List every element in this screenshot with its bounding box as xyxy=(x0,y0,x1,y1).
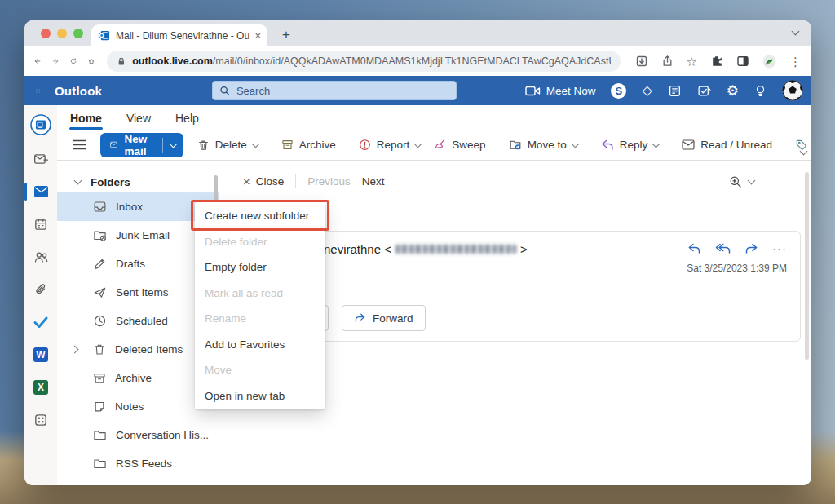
new-tab-button[interactable]: + xyxy=(277,26,295,44)
app-launcher-waffle-icon[interactable] xyxy=(31,84,45,98)
new-mail-button[interactable]: New mail xyxy=(100,133,183,157)
back-icon[interactable] xyxy=(34,55,41,68)
menu-item-mark-all-as-read: Mark all as read xyxy=(195,281,325,307)
sidebar-toggle-icon[interactable] xyxy=(736,55,749,68)
zoom-chevron-icon xyxy=(748,177,756,185)
sender-suffix: > xyxy=(520,242,528,256)
tab-help[interactable]: Help xyxy=(174,110,201,130)
close-message-button[interactable]: × Close xyxy=(243,175,284,188)
rail-attachments-icon[interactable] xyxy=(24,273,57,306)
new-mail-label: New mail xyxy=(124,133,152,157)
folder-icon xyxy=(93,457,107,471)
forward-button[interactable]: Forward xyxy=(342,305,426,331)
extensions-puzzle-icon[interactable] xyxy=(710,55,723,68)
rail-more-apps-icon[interactable] xyxy=(24,404,57,436)
video-camera-icon xyxy=(525,85,541,97)
rail-word-icon[interactable]: W xyxy=(24,338,57,371)
premium-diamond-icon[interactable]: ◇ xyxy=(642,84,652,97)
menu-item-add-to-favorites[interactable]: Add to Favorites xyxy=(195,332,325,358)
new-message-icon[interactable] xyxy=(24,143,57,175)
folder-label: Notes xyxy=(115,400,144,413)
reading-pane-scrollbar[interactable] xyxy=(805,172,809,360)
settings-gear-icon[interactable]: ⚙ xyxy=(727,84,739,98)
report-button[interactable]: Report xyxy=(353,135,427,155)
menu-item-open-in-new-tab[interactable]: Open in new tab xyxy=(195,383,325,409)
reply-all-icon[interactable] xyxy=(715,243,731,254)
my-day-icon[interactable] xyxy=(668,84,682,98)
minimize-window-button[interactable] xyxy=(57,29,67,38)
macos-traffic-lights xyxy=(41,29,83,38)
close-window-button[interactable] xyxy=(41,29,51,38)
ribbon-tabs: Home View Help xyxy=(57,105,811,130)
deleted-trash-icon xyxy=(93,343,106,356)
outlook-header: Outlook Meet Now S ◇ ⚙ xyxy=(24,76,811,105)
url-domain: outlook.live.com xyxy=(132,55,213,67)
green-extension-icon[interactable] xyxy=(762,55,776,69)
rail-people-icon[interactable] xyxy=(24,241,57,273)
browser-menu-icon[interactable]: ⋮ xyxy=(789,55,802,68)
next-button[interactable]: Next xyxy=(362,175,385,188)
more-actions-icon[interactable]: ··· xyxy=(772,241,787,255)
rail-todo-icon[interactable] xyxy=(24,306,57,338)
menu-item-create-new-subfolder[interactable]: Create new subfolder xyxy=(195,203,325,229)
browser-toolbar: outlook.live.com/mail/0/inbox/id/AQQkADA… xyxy=(24,46,811,76)
sweep-label: Sweep xyxy=(452,139,485,151)
rail-mail-icon[interactable] xyxy=(24,175,57,208)
forward-arrow-icon xyxy=(354,313,366,323)
url-text: outlook.live.com/mail/0/inbox/id/AQQkADA… xyxy=(132,55,610,67)
tips-lightbulb-icon[interactable] xyxy=(754,84,767,98)
tab-view[interactable]: View xyxy=(125,110,152,130)
magnifier-plus-icon xyxy=(729,175,742,188)
meet-now-button[interactable]: Meet Now xyxy=(525,85,596,97)
reply-button-ribbon[interactable]: Reply xyxy=(595,135,665,155)
collapse-chevron-icon xyxy=(74,177,82,185)
rail-calendar-icon[interactable] xyxy=(24,208,57,241)
desktop-background: Mail - Dilum Senevirathne - Ou × + outlo… xyxy=(0,0,835,504)
folders-header[interactable]: Folders xyxy=(57,171,219,192)
refresh-icon[interactable] xyxy=(70,55,77,68)
folder-item-conversation-history[interactable]: Conversation His... xyxy=(57,421,219,449)
browser-tab[interactable]: Mail - Dilum Senevirathne - Ou × xyxy=(91,24,267,46)
drafts-pencil-icon xyxy=(93,257,107,271)
folder-label: Inbox xyxy=(116,201,143,213)
tab-search-chevron-icon[interactable] xyxy=(793,31,798,34)
header-actions: Meet Now S ◇ ⚙ xyxy=(525,76,803,105)
profile-avatar-soccer-ball[interactable] xyxy=(782,80,803,101)
folder-label: Archive xyxy=(115,372,152,384)
zoom-control[interactable] xyxy=(729,175,754,188)
archive-button[interactable]: Archive xyxy=(276,135,342,155)
tab-close-icon[interactable]: × xyxy=(254,29,261,42)
bookmark-star-icon[interactable]: ☆ xyxy=(687,55,697,68)
outlook-logo-badge xyxy=(24,108,57,141)
home-icon[interactable] xyxy=(88,55,95,68)
sweep-button[interactable]: Sweep xyxy=(428,135,491,155)
delete-button[interactable]: Delete xyxy=(192,135,264,156)
share-icon[interactable] xyxy=(661,55,674,68)
close-label: Close xyxy=(256,175,285,188)
folder-label: Drafts xyxy=(116,258,145,270)
install-app-icon[interactable] xyxy=(635,55,648,68)
search-box[interactable] xyxy=(212,81,457,100)
lock-icon xyxy=(117,56,126,67)
url-path: /mail/0/inbox/id/AQQkADAwATM0MDAAMS1kMjd… xyxy=(213,55,611,67)
ribbon-overflow-chevron-icon[interactable] xyxy=(801,151,806,154)
forward-icon[interactable] xyxy=(52,55,59,68)
read-unread-button[interactable]: Read / Unread xyxy=(676,135,778,155)
forward-icon[interactable] xyxy=(744,243,758,254)
folder-context-menu: Create new subfolder Delete folder Empty… xyxy=(195,202,325,409)
fullscreen-window-button[interactable] xyxy=(73,29,83,38)
tab-home[interactable]: Home xyxy=(68,110,104,130)
skype-icon[interactable]: S xyxy=(611,83,626,99)
todo-check-icon[interactable] xyxy=(697,84,711,98)
address-bar[interactable]: outlook.live.com/mail/0/inbox/id/AQQkADA… xyxy=(107,51,621,72)
reply-icon[interactable] xyxy=(687,243,701,254)
rail-excel-icon[interactable]: X xyxy=(24,371,57,404)
hamburger-menu-icon[interactable] xyxy=(65,135,94,154)
new-mail-dropdown[interactable] xyxy=(163,144,183,147)
search-input[interactable] xyxy=(236,85,449,97)
menu-item-empty-folder[interactable]: Empty folder xyxy=(195,254,325,281)
move-to-button[interactable]: Move to xyxy=(503,135,584,155)
expand-chevron-icon[interactable] xyxy=(72,347,77,352)
folder-item-rss-feeds[interactable]: RSS Feeds xyxy=(57,449,219,478)
scheduled-clock-icon xyxy=(93,314,107,328)
